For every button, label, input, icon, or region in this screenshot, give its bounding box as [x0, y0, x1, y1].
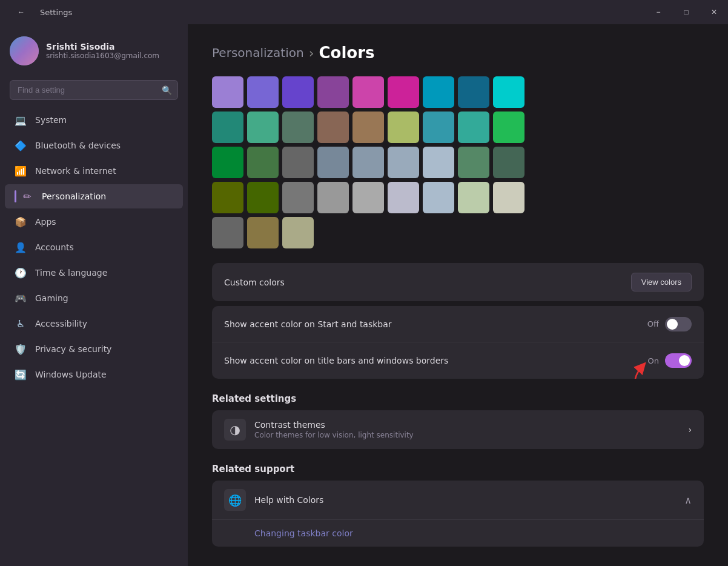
sidebar-item-bluetooth[interactable]: 🔷 Bluetooth & devices — [5, 133, 183, 158]
accent-taskbar-toggle[interactable] — [665, 317, 692, 331]
color-swatch[interactable] — [282, 217, 314, 248]
sidebar-item-label: Accounts — [35, 242, 74, 252]
gaming-icon: 🎮 — [15, 292, 27, 304]
color-swatch[interactable] — [493, 112, 524, 143]
color-swatch[interactable] — [247, 76, 279, 108]
color-swatch[interactable] — [352, 182, 384, 213]
color-swatch[interactable] — [423, 76, 454, 108]
color-swatch[interactable] — [317, 112, 349, 143]
color-swatch[interactable] — [458, 147, 489, 178]
changing-taskbar-link-row[interactable]: Changing taskbar color — [212, 520, 704, 547]
minimize-button[interactable]: − — [644, 0, 672, 24]
color-swatch[interactable] — [247, 147, 279, 178]
contrast-themes-chevron-icon: › — [688, 425, 692, 434]
color-swatch[interactable] — [352, 112, 384, 143]
custom-colors-row: Custom colors View colors — [212, 263, 704, 301]
maximize-button[interactable]: □ — [672, 0, 700, 24]
contrast-themes-text: Contrast themes Color themes for low vis… — [254, 420, 683, 439]
breadcrumb-separator: › — [309, 45, 314, 61]
color-swatch[interactable] — [388, 76, 419, 108]
color-swatch[interactable] — [282, 76, 314, 108]
app-body: Srishti Sisodia srishti.sisodia1603@gmai… — [0, 24, 728, 566]
personalization-icon: ✏️ — [21, 190, 33, 202]
sidebar-item-accounts[interactable]: 👤 Accounts — [5, 235, 183, 259]
color-swatch[interactable] — [212, 76, 243, 108]
accent-titlebar-row: Show accent color on title bars and wind… — [212, 342, 704, 379]
sidebar-item-system[interactable]: 💻 System — [5, 108, 183, 132]
color-swatch[interactable] — [317, 147, 349, 178]
breadcrumb: Personalization › Colors — [212, 44, 704, 62]
contrast-themes-subtitle: Color themes for low vision, light sensi… — [254, 431, 683, 439]
color-swatch[interactable] — [282, 112, 314, 143]
color-swatch[interactable] — [247, 112, 279, 143]
color-swatch[interactable] — [282, 182, 314, 213]
get-help-row[interactable]: 💬 Get help — [212, 561, 704, 566]
sidebar-item-network[interactable]: 📶 Network & internet — [5, 159, 183, 183]
color-swatch[interactable] — [458, 182, 489, 213]
color-swatch[interactable] — [212, 217, 243, 248]
color-swatch[interactable] — [388, 147, 419, 178]
view-colors-button[interactable]: View colors — [631, 273, 692, 291]
breadcrumb-current: Colors — [319, 44, 374, 62]
sidebar-item-accessibility[interactable]: ♿ Accessibility — [5, 311, 183, 336]
accent-titlebar-toggle[interactable] — [665, 353, 692, 368]
apps-icon: 📦 — [15, 216, 27, 228]
sidebar-item-update[interactable]: 🔄 Windows Update — [5, 362, 183, 387]
color-swatch[interactable] — [282, 147, 314, 178]
sidebar-item-apps[interactable]: 📦 Apps — [5, 210, 183, 234]
sidebar-item-time[interactable]: 🕐 Time & language — [5, 261, 183, 285]
color-swatch[interactable] — [352, 147, 384, 178]
custom-colors-label: Custom colors — [224, 278, 285, 287]
sidebar-item-label: Network & internet — [35, 166, 116, 176]
accent-titlebar-controls: On — [648, 353, 692, 368]
sidebar-item-privacy[interactable]: 🛡️ Privacy & security — [5, 337, 183, 361]
sidebar-item-gaming[interactable]: 🎮 Gaming — [5, 286, 183, 310]
color-swatch[interactable] — [317, 182, 349, 213]
color-swatch[interactable] — [388, 182, 419, 213]
bluetooth-icon: 🔷 — [15, 139, 27, 151]
accessibility-icon: ♿ — [15, 318, 27, 330]
color-swatch[interactable] — [388, 112, 419, 143]
color-swatch[interactable] — [458, 76, 489, 108]
footer-links: 💬 Get help 👤 Give feedback — [212, 561, 704, 566]
accent-settings-section: Show accent color on Start and taskbar O… — [212, 306, 704, 379]
network-icon: 📶 — [15, 165, 27, 177]
color-swatch[interactable] — [493, 76, 524, 108]
sidebar-item-label: Gaming — [35, 293, 68, 303]
color-swatch[interactable] — [247, 217, 279, 248]
accent-taskbar-label: Show accent color on Start and taskbar — [224, 319, 392, 329]
help-colors-row[interactable]: 🌐 Help with Colors ∧ — [212, 481, 704, 520]
search-input[interactable] — [10, 80, 178, 100]
toggle-thumb — [679, 355, 690, 366]
breadcrumb-parent[interactable]: Personalization — [212, 45, 304, 60]
color-swatch[interactable] — [423, 182, 454, 213]
sidebar-item-personalization[interactable]: ✏️ Personalization — [5, 184, 183, 208]
contrast-themes-row[interactable]: ◑ Contrast themes Color themes for low v… — [212, 410, 704, 449]
search-box: 🔍 — [10, 80, 178, 100]
user-info: Srishti Sisodia srishti.sisodia1603@gmai… — [46, 42, 159, 60]
update-icon: 🔄 — [15, 368, 27, 381]
user-profile: Srishti Sisodia srishti.sisodia1603@gmai… — [0, 24, 188, 75]
color-swatch[interactable] — [352, 76, 384, 108]
titlebar-controls: − □ ✕ — [644, 0, 728, 24]
color-swatch[interactable] — [423, 112, 454, 143]
color-swatch[interactable] — [212, 147, 243, 178]
back-button[interactable]: ← — [7, 0, 35, 24]
close-button[interactable]: ✕ — [700, 0, 728, 24]
sidebar-item-label: Time & language — [35, 268, 107, 278]
changing-taskbar-link[interactable]: Changing taskbar color — [254, 528, 353, 538]
color-swatch[interactable] — [423, 147, 454, 178]
color-swatch[interactable] — [317, 76, 349, 108]
active-indicator — [15, 190, 16, 202]
color-swatch[interactable] — [493, 182, 524, 213]
avatar — [10, 36, 39, 65]
color-swatch[interactable] — [493, 147, 524, 178]
color-swatch[interactable] — [212, 112, 243, 143]
related-support-card: 🌐 Help with Colors ∧ Changing taskbar co… — [212, 481, 704, 547]
color-swatch[interactable] — [458, 112, 489, 143]
accent-titlebar-label: Show accent color on title bars and wind… — [224, 356, 448, 365]
color-swatch[interactable] — [247, 182, 279, 213]
color-swatch[interactable] — [212, 182, 243, 213]
help-colors-collapse-icon[interactable]: ∧ — [684, 494, 692, 506]
accent-taskbar-status: Off — [647, 319, 659, 328]
